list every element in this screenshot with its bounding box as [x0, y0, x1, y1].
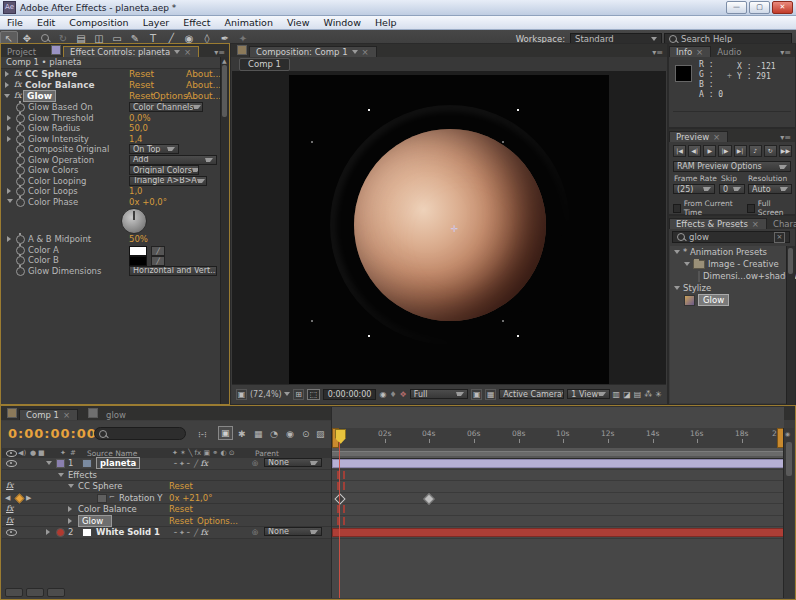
- parent-pickwhip-icon[interactable]: ◎: [252, 528, 258, 536]
- layer-row-white-solid[interactable]: 2 White Solid 1 ᠆✦᠆ ╱ fx ◎ None: [2, 527, 331, 539]
- property-row-rotation-y[interactable]: ◀ ▶ ⌐ Rotation Y 0x +21,0°: [2, 493, 331, 505]
- close-tab-icon[interactable]: ×: [184, 47, 191, 57]
- effect-name-selected[interactable]: Glow: [78, 515, 112, 527]
- reset-link[interactable]: Reset: [169, 481, 193, 491]
- composition-viewport[interactable]: ✛: [232, 71, 666, 384]
- frame-rate-dropdown[interactable]: (25): [673, 184, 715, 194]
- layer-row-planeta[interactable]: 1 planeta ᠆✦᠆ ╱ fx ◎ None: [2, 458, 331, 470]
- tab-effects-presets[interactable]: Effects & Presets×: [669, 218, 767, 229]
- reset-link[interactable]: Reset: [129, 69, 154, 79]
- keyframe-at-0s[interactable]: [334, 493, 345, 504]
- scrollbar-thumb[interactable]: [786, 442, 792, 476]
- menu-window[interactable]: Window: [316, 17, 367, 28]
- effect-row-glow[interactable]: fx Glow Reset Options... About...: [1, 91, 229, 102]
- glow-dimensions-dropdown[interactable]: Horizontal and Vert...: [129, 266, 217, 276]
- reset-link[interactable]: Reset: [169, 516, 193, 526]
- always-preview-icon[interactable]: ▣: [236, 389, 247, 400]
- menu-effect[interactable]: Effect: [176, 17, 217, 28]
- region-of-interest-icon[interactable]: ⬚: [307, 389, 320, 400]
- previous-frame-button[interactable]: ◀|: [688, 145, 701, 157]
- fx-badge-icon[interactable]: fx: [6, 504, 13, 513]
- timeline-search-input[interactable]: [94, 427, 186, 440]
- maximize-button[interactable]: ▢: [749, 1, 770, 14]
- expand-icon[interactable]: [58, 473, 64, 477]
- tree-item-image-creative[interactable]: Image - Creative: [670, 258, 786, 270]
- disclosure-icon[interactable]: [7, 136, 11, 142]
- effect-name[interactable]: CC Sphere: [25, 69, 77, 79]
- disclosure-icon[interactable]: [674, 250, 680, 254]
- playhead-line[interactable]: [339, 442, 340, 598]
- prop-value[interactable]: 1,0: [129, 186, 143, 196]
- tree-item-stylize[interactable]: Stylize: [670, 282, 786, 294]
- disclosure-icon[interactable]: [684, 262, 690, 266]
- eyedropper-icon[interactable]: ╱: [151, 246, 165, 256]
- timeline-button-icon[interactable]: ▤: [634, 390, 642, 399]
- reset-link[interactable]: Reset: [129, 91, 154, 101]
- last-frame-button[interactable]: ▶|: [734, 145, 747, 157]
- view-layout-dropdown[interactable]: 1 View: [567, 389, 609, 399]
- transparency-grid-icon[interactable]: ▦: [485, 389, 496, 400]
- effects-search-input[interactable]: glow ×: [672, 231, 790, 243]
- close-tab-icon[interactable]: ×: [696, 47, 703, 57]
- auto-keyframe-icon[interactable]: ⊙: [302, 429, 310, 439]
- effects-presets-scrollbar[interactable]: [786, 246, 795, 404]
- show-channel-icon[interactable]: ❖: [400, 390, 407, 399]
- menu-view[interactable]: View: [280, 17, 317, 28]
- timeline-scrollbar[interactable]: ◉: [783, 428, 794, 598]
- expand-layer-switches-toggle[interactable]: [5, 588, 23, 597]
- effect-row-cc-sphere[interactable]: fx CC Sphere Reset About...: [1, 69, 229, 80]
- effect-row-cc-sphere[interactable]: fx CC Sphere Reset: [2, 481, 331, 493]
- effect-controls-scrollbar[interactable]: ▲: [220, 57, 229, 404]
- label-color-chip[interactable]: [56, 459, 65, 468]
- tab-timeline-comp1[interactable]: Comp 1 ×: [19, 409, 78, 420]
- tree-item-preset[interactable]: Dimensi...ow+shadow: [670, 270, 786, 282]
- camera-dropdown[interactable]: Active Camera: [499, 389, 564, 399]
- parent-header[interactable]: Parent: [255, 449, 279, 458]
- glow-operation-dropdown[interactable]: Add: [129, 155, 217, 165]
- tree-item-glow[interactable]: Glow: [670, 294, 786, 306]
- menu-composition[interactable]: Composition: [62, 17, 135, 28]
- prop-value[interactable]: 1,4: [129, 134, 143, 144]
- prop-value[interactable]: 0x +0,0°: [129, 197, 167, 207]
- property-value[interactable]: 0x +21,0°: [169, 493, 212, 503]
- close-tab-icon[interactable]: ×: [362, 47, 369, 57]
- disclosure-icon[interactable]: [7, 236, 11, 242]
- disclosure-icon[interactable]: [5, 71, 9, 77]
- reset-link[interactable]: Reset: [129, 80, 154, 90]
- first-frame-button[interactable]: |◀: [673, 145, 686, 157]
- options-link[interactable]: Options...: [197, 516, 238, 526]
- disclosure-icon[interactable]: [7, 115, 11, 121]
- tab-timeline-glow[interactable]: glow: [100, 409, 133, 420]
- menu-edit[interactable]: Edit: [30, 17, 62, 28]
- panel-menu-icon[interactable]: ▾≡: [780, 133, 795, 142]
- ram-preview-options-dropdown[interactable]: RAM Preview Options: [673, 161, 791, 172]
- full-screen-checkbox[interactable]: [747, 204, 755, 213]
- disclosure-icon[interactable]: [5, 82, 9, 88]
- graph-editor-icon[interactable]: ▨: [316, 429, 325, 439]
- frame-blending-icon[interactable]: ▦: [254, 429, 263, 439]
- comp-mini-button[interactable]: Comp 1: [239, 58, 290, 71]
- disclosure-icon[interactable]: [4, 94, 10, 98]
- resolution-dropdown[interactable]: Full: [410, 389, 469, 399]
- track-row-rotation-y[interactable]: [332, 493, 784, 505]
- composition-mini-flowchart-icon[interactable]: ⁝-⁝: [198, 429, 207, 439]
- stopwatch-icon[interactable]: [97, 494, 107, 503]
- effect-row-color-balance[interactable]: fx Color Balance Reset: [2, 504, 331, 516]
- layer-switches[interactable]: ᠆✦᠆ ╱ fx: [172, 528, 208, 537]
- layer-name[interactable]: planeta: [96, 457, 140, 469]
- audio-button[interactable]: ♪: [749, 145, 762, 157]
- snapshot-camera-icon[interactable]: ◉: [379, 390, 386, 399]
- stopwatch-icon[interactable]: [16, 267, 25, 276]
- reset-link[interactable]: Reset: [169, 504, 193, 514]
- skip-dropdown[interactable]: 0: [719, 184, 745, 194]
- close-tab-icon[interactable]: ×: [63, 410, 70, 420]
- play-button[interactable]: ▶: [703, 145, 716, 157]
- about-link[interactable]: About...: [186, 69, 221, 79]
- motion-blur-icon[interactable]: ◔: [270, 429, 278, 439]
- expand-icon[interactable]: [68, 506, 72, 512]
- close-button[interactable]: ✕: [772, 1, 793, 14]
- next-frame-button[interactable]: |▶: [718, 145, 731, 157]
- eye-icon[interactable]: [6, 529, 17, 536]
- panel-menu-icon[interactable]: ▾≡: [214, 48, 229, 57]
- ram-preview-button[interactable]: ▶▶: [779, 145, 792, 157]
